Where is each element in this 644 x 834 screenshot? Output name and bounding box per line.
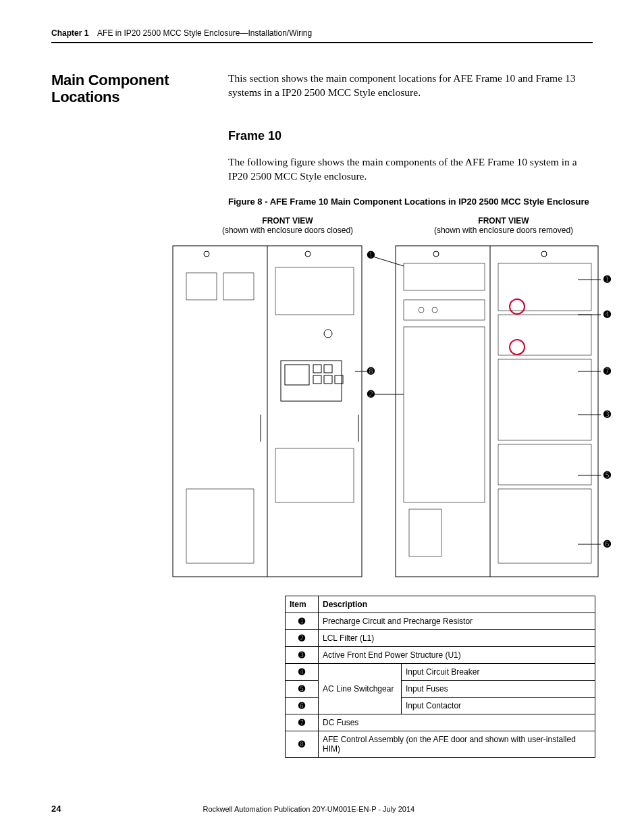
svg-rect-4 xyxy=(186,273,217,300)
cell-desc-4: Input Circuit Breaker xyxy=(402,664,595,681)
svg-rect-33 xyxy=(498,489,591,563)
chapter-title: AFE in IP20 2500 MCC Style Enclosure—Ins… xyxy=(97,28,312,38)
svg-point-25 xyxy=(419,307,424,313)
view-right-title: FRONT VIEW xyxy=(396,216,612,226)
frame10-section: Frame 10 The following figure shows the … xyxy=(228,129,593,207)
callout-7-right: ➐ xyxy=(603,366,611,376)
svg-rect-31 xyxy=(498,359,591,440)
figure-wrap: FRONT VIEW (shown with enclosure doors c… xyxy=(153,216,639,583)
svg-point-2 xyxy=(204,251,209,257)
cell-desc-3: Active Front End Power Structure (U1) xyxy=(319,647,595,664)
cell-item-6: ➏ xyxy=(286,698,319,714)
svg-rect-30 xyxy=(498,315,591,355)
svg-rect-15 xyxy=(324,375,332,384)
view-left-sub: (shown with enclosure doors closed) xyxy=(180,226,396,235)
publication-line: Rockwell Automation Publication 20Y-UM00… xyxy=(203,805,414,813)
svg-point-21 xyxy=(433,251,439,257)
header-rule xyxy=(51,42,593,43)
callout-8-left: ➑ xyxy=(367,366,375,376)
figure-caption: Figure 8 - AFE Frame 10 Main Component L… xyxy=(228,197,593,207)
sub-paragraph: The following figure shows the main comp… xyxy=(228,155,593,184)
diagram: ➊ ➑ ➋ ➊ ➍ ➐ ➌ ➎ ➏ xyxy=(166,239,625,583)
chapter-label: Chapter 1 xyxy=(51,28,88,38)
cell-item-4: ➍ xyxy=(286,664,319,681)
view-right: FRONT VIEW (shown with enclosure doors r… xyxy=(396,216,612,235)
table-row: ➋ LCL Filter (L1) xyxy=(286,630,595,647)
svg-rect-27 xyxy=(404,327,485,502)
svg-rect-23 xyxy=(404,263,485,290)
cell-item-1: ➊ xyxy=(286,613,319,630)
page-number: 24 xyxy=(51,804,61,814)
view-labels: FRONT VIEW (shown with enclosure doors c… xyxy=(180,216,612,235)
cell-desc-5: Input Fuses xyxy=(402,681,595,698)
cell-group-switchgear: AC Line Switchgear xyxy=(319,664,402,714)
cell-desc-6: Input Contactor xyxy=(402,698,595,714)
view-left-title: FRONT VIEW xyxy=(180,216,396,226)
svg-rect-13 xyxy=(324,365,332,373)
svg-rect-28 xyxy=(409,509,441,556)
svg-rect-8 xyxy=(186,489,254,563)
svg-rect-12 xyxy=(313,365,321,373)
component-table-wrap: Item Description ➊ Precharge Circuit and… xyxy=(285,596,595,758)
svg-rect-32 xyxy=(498,444,591,485)
cell-desc-2: LCL Filter (L1) xyxy=(319,630,595,647)
table-header-row: Item Description xyxy=(286,596,595,613)
svg-rect-14 xyxy=(313,375,321,384)
intro-paragraph: This section shows the main component lo… xyxy=(228,72,593,106)
callout-3-right: ➌ xyxy=(603,409,611,419)
diagram-svg xyxy=(166,239,625,583)
cell-item-2: ➋ xyxy=(286,630,319,647)
svg-rect-7 xyxy=(275,448,354,502)
table-row: ➌ Active Front End Power Structure (U1) xyxy=(286,647,595,664)
svg-point-3 xyxy=(305,251,311,257)
cell-item-7: ➐ xyxy=(286,714,319,731)
th-item: Item xyxy=(286,596,319,613)
callout-6-right: ➏ xyxy=(603,539,611,549)
table-row: ➍ AC Line Switchgear Input Circuit Break… xyxy=(286,664,595,681)
svg-point-35 xyxy=(510,340,525,355)
svg-point-34 xyxy=(510,299,525,314)
cell-item-3: ➌ xyxy=(286,647,319,664)
callout-5-right: ➎ xyxy=(603,470,611,480)
th-desc: Description xyxy=(319,596,595,613)
callout-1-left: ➊ xyxy=(367,250,375,260)
table-row: ➊ Precharge Circuit and Precharge Resist… xyxy=(286,613,595,630)
svg-rect-24 xyxy=(404,300,485,320)
running-header: Chapter 1 AFE in IP20 2500 MCC Style Enc… xyxy=(51,28,593,38)
svg-rect-29 xyxy=(498,263,591,311)
svg-rect-6 xyxy=(275,267,354,315)
table-row: ➐ DC Fuses xyxy=(286,714,595,731)
table-row: ➑ AFE Control Assembly (on the AFE door … xyxy=(286,731,595,758)
sub-heading: Frame 10 xyxy=(228,129,593,143)
callout-2-left: ➋ xyxy=(367,389,375,399)
view-left: FRONT VIEW (shown with enclosure doors c… xyxy=(180,216,396,235)
cell-desc-7: DC Fuses xyxy=(319,714,595,731)
page-footer: 24 Rockwell Automation Publication 20Y-U… xyxy=(51,804,593,814)
svg-point-22 xyxy=(541,251,547,257)
cell-desc-1: Precharge Circuit and Precharge Resistor xyxy=(319,613,595,630)
cell-item-8: ➑ xyxy=(286,731,319,758)
svg-point-26 xyxy=(432,307,437,313)
side-heading: Main Component Locations xyxy=(51,72,211,106)
callout-4-right: ➍ xyxy=(603,309,611,319)
svg-rect-11 xyxy=(285,365,309,385)
cell-item-5: ➎ xyxy=(286,681,319,698)
component-table: Item Description ➊ Precharge Circuit and… xyxy=(285,596,595,758)
callout-1-right: ➊ xyxy=(603,274,611,284)
view-right-sub: (shown with enclosure doors removed) xyxy=(396,226,612,235)
cell-desc-8: AFE Control Assembly (on the AFE door an… xyxy=(319,731,595,758)
page: Chapter 1 AFE in IP20 2500 MCC Style Enc… xyxy=(0,0,644,834)
svg-rect-5 xyxy=(223,273,254,300)
svg-rect-19 xyxy=(396,246,598,577)
section-row: Main Component Locations This section sh… xyxy=(51,72,593,106)
svg-point-9 xyxy=(324,330,332,338)
